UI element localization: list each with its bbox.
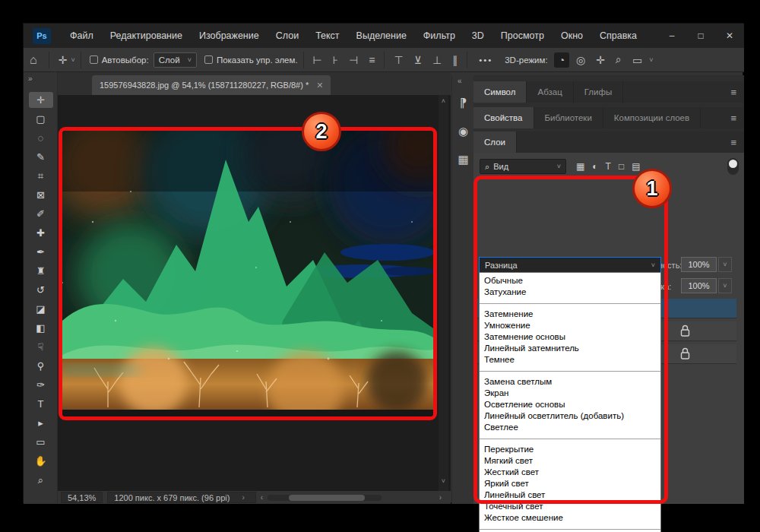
grid-panel-icon[interactable]: ▦ [452, 153, 474, 166]
3d-roll-icon[interactable]: ◎ [572, 54, 589, 66]
3d-pan-icon[interactable]: ✛ [592, 54, 609, 66]
filter-shape-layers-icon[interactable]: □ [615, 161, 628, 172]
align-horizontal-centers-icon[interactable]: ⊦ [329, 54, 342, 66]
clone-stamp-tool[interactable]: ♜ [24, 261, 58, 280]
move-tool[interactable]: ✛ [24, 90, 58, 109]
chevron-down-icon[interactable]: ˅ [71, 56, 74, 64]
filter-smart-objects-icon[interactable]: ▤ [628, 161, 644, 172]
tab-глифы[interactable]: Глифы [574, 81, 623, 103]
type-tool[interactable]: T [24, 394, 58, 413]
eraser-tool[interactable]: ◪ [24, 299, 58, 318]
home-icon[interactable]: ⌂ [24, 53, 43, 67]
blend-mode-option[interactable]: Мягкий свет [480, 455, 660, 467]
opacity-chevron-icon[interactable]: ˅ [718, 257, 732, 272]
blend-mode-option[interactable]: Обычные [480, 275, 660, 287]
blend-mode-option[interactable]: Осветление основы [480, 399, 660, 410]
more-options-button[interactable]: ••• [473, 55, 499, 65]
scroll-left-icon[interactable]: ‹ [256, 493, 268, 502]
align-right-edges-icon[interactable]: ⊣ [345, 54, 362, 66]
shape-tool[interactable]: ▭ [24, 432, 58, 451]
blend-mode-option[interactable]: Жесткий свет [480, 467, 660, 478]
tab-композиции-слоев[interactable]: Композиции слоев [603, 107, 701, 128]
history-brush-tool[interactable]: ↺ [24, 280, 58, 299]
blend-mode-option[interactable]: Экран [480, 388, 660, 399]
scroll-down-icon[interactable]: ˅ [439, 477, 448, 485]
menu-item[interactable]: 3D [464, 24, 492, 48]
pen-tool[interactable]: ✑ [24, 375, 58, 394]
blend-mode-option[interactable]: Линейный затемнитель [480, 343, 660, 354]
menu-item[interactable]: Файл [62, 24, 102, 48]
swatches-panel-icon[interactable]: ◉ [452, 125, 474, 138]
close-tab-icon[interactable]: ✕ [316, 81, 323, 90]
show-controls-checkbox[interactable] [204, 55, 213, 64]
document-info[interactable]: 1200 пикс. x 679 пикс. (96 ppi) › [107, 492, 255, 503]
toolbar-collapse-icon[interactable]: » [28, 74, 32, 83]
menu-item[interactable]: Текст [307, 24, 347, 48]
marquee-tool[interactable]: ▢ [24, 109, 58, 128]
lasso-tool[interactable]: ◌ [24, 128, 58, 147]
menu-item[interactable]: Просмотр [492, 24, 553, 48]
paint-bucket-tool[interactable]: ◧ [24, 318, 58, 337]
align-bottom-edges-icon[interactable]: ⊥ [429, 54, 445, 66]
hand-tool[interactable]: ✋ [24, 451, 58, 470]
menu-item[interactable]: Справка [591, 24, 645, 48]
horizontal-scrollbar[interactable] [268, 495, 382, 501]
vertical-scrollbar[interactable]: ˄ ˅ [439, 95, 448, 491]
move-tool-icon[interactable]: ✛ [55, 54, 71, 66]
eyedropper-tool[interactable]: ✐ [24, 204, 58, 223]
close-button[interactable]: ✕ [715, 24, 744, 48]
zoom-level-field[interactable]: 54,13% [61, 492, 103, 503]
tab-абзац[interactable]: Абзац [527, 81, 573, 103]
autoselect-checkbox[interactable] [90, 55, 98, 64]
maximize-button[interactable]: □ [686, 24, 715, 48]
filter-toggle[interactable] [727, 158, 739, 175]
menu-item[interactable]: Изображение [191, 24, 268, 48]
3d-orbit-icon[interactable]: ◔ [554, 52, 569, 68]
align-top-edges-icon[interactable]: ⊤ [390, 54, 407, 66]
brush-tool[interactable]: ✒ [24, 242, 58, 261]
glyphs-panel-icon[interactable]: ⁋ [452, 97, 474, 110]
blend-mode-option[interactable]: Темнее [480, 354, 660, 366]
panel-menu-icon[interactable]: ≡ [730, 112, 744, 124]
scroll-up-icon[interactable]: ˄ [439, 97, 448, 105]
strip-collapse-icon[interactable]: « [458, 77, 461, 85]
zoom-tool[interactable]: ⌕ [24, 470, 58, 489]
filter-adjustment-layers-icon[interactable]: ◐ [588, 161, 601, 172]
workspace-icon[interactable]: ▭ [629, 54, 646, 66]
menu-item[interactable]: Редактирование [102, 24, 191, 48]
document-tab[interactable]: 159576943828.jpg @ 54,1% (158711280227, … [92, 75, 331, 95]
canvas-area[interactable]: 2 ˄ ˅ [58, 95, 451, 491]
minimize-button[interactable]: – [657, 24, 686, 48]
tab-свойства[interactable]: Свойства [473, 107, 534, 128]
blend-mode-option[interactable]: Яркий свет [480, 478, 660, 489]
path-selection-tool[interactable]: ▸ [24, 413, 58, 432]
align-center-icon[interactable]: ≡ [365, 54, 378, 66]
opacity-value[interactable]: 100% [681, 257, 717, 272]
frame-tool[interactable]: ⊠ [24, 185, 58, 204]
blend-mode-option[interactable]: Затухание [480, 287, 660, 298]
filter-pixel-layers-icon[interactable]: ▦ [572, 161, 588, 172]
scrollbar-thumb[interactable] [289, 495, 365, 501]
autoselect-target-select[interactable]: Слой ˅ [154, 52, 197, 68]
object-selection-tool[interactable]: ✎ [24, 147, 58, 166]
blend-mode-option[interactable]: Замена светлым [480, 376, 660, 388]
blend-mode-option[interactable]: Затемнение [480, 309, 660, 320]
menu-item[interactable]: Выделение [348, 24, 415, 48]
tab-слои[interactable]: Слои [473, 131, 517, 153]
status-chevron-icon[interactable]: › [237, 492, 249, 503]
chevron-down-icon[interactable]: ˅ [649, 56, 653, 64]
tab-символ[interactable]: Символ [473, 81, 527, 103]
smudge-tool[interactable]: ☟ [24, 337, 58, 356]
blend-mode-option[interactable]: Светлее [480, 422, 660, 433]
tab-библиотеки[interactable]: Библиотеки [534, 107, 603, 128]
3d-zoom-icon[interactable]: ⌕ [612, 53, 625, 66]
blend-mode-select[interactable]: Разница ˅ [479, 257, 661, 273]
blend-mode-option[interactable]: Затемнение основы [480, 331, 660, 343]
dodge-tool[interactable]: ⚲ [24, 356, 58, 375]
fill-chevron-icon[interactable]: ˅ [718, 278, 732, 293]
blend-mode-option[interactable]: Перекрытие [480, 444, 660, 455]
blend-mode-option[interactable]: Линейный осветлитель (добавить) [480, 410, 660, 422]
menu-item[interactable]: Фильтр [415, 24, 464, 48]
panel-menu-icon[interactable]: ≡ [730, 137, 744, 148]
healing-brush-tool[interactable]: ✚ [24, 223, 58, 242]
